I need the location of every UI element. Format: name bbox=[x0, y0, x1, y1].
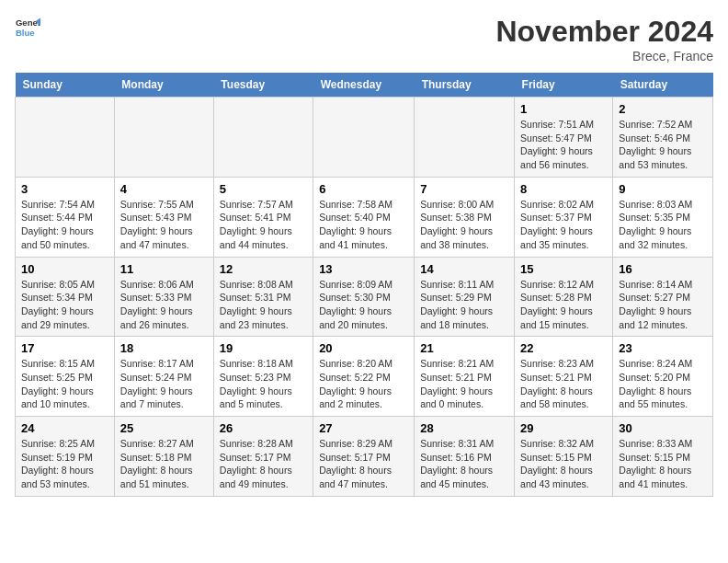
svg-text:General: General bbox=[16, 17, 40, 28]
day-info: Sunrise: 8:12 AM Sunset: 5:28 PM Dayligh… bbox=[520, 278, 607, 332]
calendar-cell: 28Sunrise: 8:31 AM Sunset: 5:16 PM Dayli… bbox=[415, 417, 515, 497]
calendar-cell: 29Sunrise: 8:32 AM Sunset: 5:15 PM Dayli… bbox=[515, 417, 613, 497]
day-header-thursday: Thursday bbox=[415, 73, 515, 98]
logo: General Blue bbox=[15, 15, 40, 40]
day-number: 17 bbox=[21, 341, 108, 355]
calendar-cell: 30Sunrise: 8:33 AM Sunset: 5:15 PM Dayli… bbox=[613, 417, 713, 497]
calendar-week-row: 24Sunrise: 8:25 AM Sunset: 5:19 PM Dayli… bbox=[16, 417, 713, 497]
day-number: 15 bbox=[520, 262, 607, 276]
calendar-cell: 16Sunrise: 8:14 AM Sunset: 5:27 PM Dayli… bbox=[613, 257, 713, 337]
day-info: Sunrise: 7:55 AM Sunset: 5:43 PM Dayligh… bbox=[120, 198, 208, 252]
title-block: November 2024 Brece, France bbox=[495, 15, 713, 63]
day-info: Sunrise: 8:20 AM Sunset: 5:22 PM Dayligh… bbox=[319, 357, 408, 411]
day-number: 18 bbox=[120, 341, 208, 355]
calendar-cell: 15Sunrise: 8:12 AM Sunset: 5:28 PM Dayli… bbox=[515, 257, 613, 337]
day-info: Sunrise: 8:15 AM Sunset: 5:25 PM Dayligh… bbox=[21, 357, 108, 411]
day-header-wednesday: Wednesday bbox=[313, 73, 415, 98]
day-number: 7 bbox=[420, 182, 508, 196]
calendar-cell bbox=[213, 98, 313, 178]
day-number: 29 bbox=[520, 421, 607, 435]
day-header-saturday: Saturday bbox=[613, 73, 713, 98]
day-info: Sunrise: 8:33 AM Sunset: 5:15 PM Dayligh… bbox=[619, 437, 707, 491]
day-number: 19 bbox=[220, 341, 307, 355]
calendar-cell: 25Sunrise: 8:27 AM Sunset: 5:18 PM Dayli… bbox=[114, 417, 213, 497]
calendar-cell bbox=[415, 98, 515, 178]
calendar-cell: 10Sunrise: 8:05 AM Sunset: 5:34 PM Dayli… bbox=[16, 257, 115, 337]
day-number: 16 bbox=[619, 262, 707, 276]
calendar-cell: 6Sunrise: 7:58 AM Sunset: 5:40 PM Daylig… bbox=[313, 177, 415, 257]
day-header-friday: Friday bbox=[515, 73, 613, 98]
day-info: Sunrise: 8:18 AM Sunset: 5:23 PM Dayligh… bbox=[220, 357, 307, 411]
day-header-monday: Monday bbox=[114, 73, 213, 98]
calendar-table: SundayMondayTuesdayWednesdayThursdayFrid… bbox=[15, 73, 713, 497]
day-info: Sunrise: 8:00 AM Sunset: 5:38 PM Dayligh… bbox=[420, 198, 508, 252]
day-info: Sunrise: 7:57 AM Sunset: 5:41 PM Dayligh… bbox=[220, 198, 307, 252]
day-info: Sunrise: 8:27 AM Sunset: 5:18 PM Dayligh… bbox=[120, 437, 208, 491]
day-number: 30 bbox=[619, 421, 707, 435]
calendar-cell: 5Sunrise: 7:57 AM Sunset: 5:41 PM Daylig… bbox=[213, 177, 313, 257]
calendar-cell: 21Sunrise: 8:21 AM Sunset: 5:21 PM Dayli… bbox=[415, 337, 515, 417]
day-info: Sunrise: 8:31 AM Sunset: 5:16 PM Dayligh… bbox=[420, 437, 508, 491]
calendar-header-row: SundayMondayTuesdayWednesdayThursdayFrid… bbox=[16, 73, 713, 98]
day-info: Sunrise: 7:51 AM Sunset: 5:47 PM Dayligh… bbox=[520, 118, 607, 172]
calendar-cell: 12Sunrise: 8:08 AM Sunset: 5:31 PM Dayli… bbox=[213, 257, 313, 337]
calendar-cell: 8Sunrise: 8:02 AM Sunset: 5:37 PM Daylig… bbox=[515, 177, 613, 257]
calendar-cell: 18Sunrise: 8:17 AM Sunset: 5:24 PM Dayli… bbox=[114, 337, 213, 417]
day-number: 24 bbox=[21, 421, 108, 435]
day-number: 9 bbox=[619, 182, 707, 196]
day-number: 21 bbox=[420, 341, 508, 355]
day-number: 5 bbox=[220, 182, 307, 196]
day-number: 6 bbox=[319, 182, 408, 196]
day-number: 1 bbox=[520, 102, 607, 116]
calendar-cell: 13Sunrise: 8:09 AM Sunset: 5:30 PM Dayli… bbox=[313, 257, 415, 337]
day-info: Sunrise: 8:02 AM Sunset: 5:37 PM Dayligh… bbox=[520, 198, 607, 252]
day-number: 14 bbox=[420, 262, 508, 276]
day-number: 23 bbox=[619, 341, 707, 355]
day-info: Sunrise: 7:52 AM Sunset: 5:46 PM Dayligh… bbox=[619, 118, 707, 172]
calendar-cell: 2Sunrise: 7:52 AM Sunset: 5:46 PM Daylig… bbox=[613, 98, 713, 178]
calendar-week-row: 17Sunrise: 8:15 AM Sunset: 5:25 PM Dayli… bbox=[16, 337, 713, 417]
calendar-cell: 14Sunrise: 8:11 AM Sunset: 5:29 PM Dayli… bbox=[415, 257, 515, 337]
day-info: Sunrise: 8:14 AM Sunset: 5:27 PM Dayligh… bbox=[619, 278, 707, 332]
day-info: Sunrise: 8:17 AM Sunset: 5:24 PM Dayligh… bbox=[120, 357, 208, 411]
day-header-sunday: Sunday bbox=[16, 73, 115, 98]
calendar-cell: 9Sunrise: 8:03 AM Sunset: 5:35 PM Daylig… bbox=[613, 177, 713, 257]
day-number: 12 bbox=[220, 262, 307, 276]
calendar-cell: 11Sunrise: 8:06 AM Sunset: 5:33 PM Dayli… bbox=[114, 257, 213, 337]
calendar-cell: 3Sunrise: 7:54 AM Sunset: 5:44 PM Daylig… bbox=[16, 177, 115, 257]
calendar-cell: 4Sunrise: 7:55 AM Sunset: 5:43 PM Daylig… bbox=[114, 177, 213, 257]
day-number: 27 bbox=[319, 421, 408, 435]
calendar-cell: 26Sunrise: 8:28 AM Sunset: 5:17 PM Dayli… bbox=[213, 417, 313, 497]
calendar-cell: 1Sunrise: 7:51 AM Sunset: 5:47 PM Daylig… bbox=[515, 98, 613, 178]
day-info: Sunrise: 8:08 AM Sunset: 5:31 PM Dayligh… bbox=[220, 278, 307, 332]
day-info: Sunrise: 8:29 AM Sunset: 5:17 PM Dayligh… bbox=[319, 437, 408, 491]
calendar-cell: 23Sunrise: 8:24 AM Sunset: 5:20 PM Dayli… bbox=[613, 337, 713, 417]
day-info: Sunrise: 8:05 AM Sunset: 5:34 PM Dayligh… bbox=[21, 278, 108, 332]
day-number: 28 bbox=[420, 421, 508, 435]
day-number: 10 bbox=[21, 262, 108, 276]
day-info: Sunrise: 8:09 AM Sunset: 5:30 PM Dayligh… bbox=[319, 278, 408, 332]
day-info: Sunrise: 8:25 AM Sunset: 5:19 PM Dayligh… bbox=[21, 437, 108, 491]
calendar-cell: 7Sunrise: 8:00 AM Sunset: 5:38 PM Daylig… bbox=[415, 177, 515, 257]
day-info: Sunrise: 8:24 AM Sunset: 5:20 PM Dayligh… bbox=[619, 357, 707, 411]
calendar-week-row: 3Sunrise: 7:54 AM Sunset: 5:44 PM Daylig… bbox=[16, 177, 713, 257]
day-number: 3 bbox=[21, 182, 108, 196]
calendar-cell bbox=[313, 98, 415, 178]
calendar-week-row: 1Sunrise: 7:51 AM Sunset: 5:47 PM Daylig… bbox=[16, 98, 713, 178]
day-number: 26 bbox=[220, 421, 307, 435]
calendar-cell: 17Sunrise: 8:15 AM Sunset: 5:25 PM Dayli… bbox=[16, 337, 115, 417]
calendar-cell: 19Sunrise: 8:18 AM Sunset: 5:23 PM Dayli… bbox=[213, 337, 313, 417]
day-info: Sunrise: 8:06 AM Sunset: 5:33 PM Dayligh… bbox=[120, 278, 208, 332]
calendar-cell: 20Sunrise: 8:20 AM Sunset: 5:22 PM Dayli… bbox=[313, 337, 415, 417]
day-number: 20 bbox=[319, 341, 408, 355]
calendar-cell: 22Sunrise: 8:23 AM Sunset: 5:21 PM Dayli… bbox=[515, 337, 613, 417]
month-title: November 2024 bbox=[495, 15, 713, 49]
location: Brece, France bbox=[495, 49, 713, 63]
svg-text:Blue: Blue bbox=[16, 28, 35, 38]
day-info: Sunrise: 8:21 AM Sunset: 5:21 PM Dayligh… bbox=[420, 357, 508, 411]
day-number: 8 bbox=[520, 182, 607, 196]
day-header-tuesday: Tuesday bbox=[213, 73, 313, 98]
day-info: Sunrise: 8:32 AM Sunset: 5:15 PM Dayligh… bbox=[520, 437, 607, 491]
day-number: 22 bbox=[520, 341, 607, 355]
day-info: Sunrise: 8:28 AM Sunset: 5:17 PM Dayligh… bbox=[220, 437, 307, 491]
